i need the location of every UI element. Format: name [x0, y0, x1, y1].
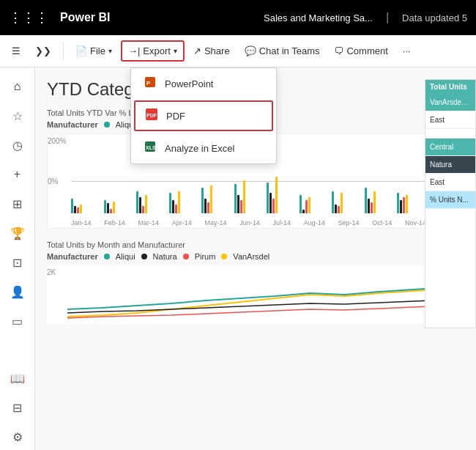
nav-forward-button[interactable]: ❯❯ — [29, 42, 57, 60]
chart1-x-labels: Jan-14 Feb-14 Mar-14 Apr-14 May-14 Jun-1… — [71, 219, 461, 226]
bar-nov-aliqui — [397, 193, 399, 213]
x-label-oct: Oct-14 — [372, 219, 392, 226]
bar-jan-natura — [74, 206, 76, 213]
chart2-legend: Manufacturer Aliqui Natura Pirum VanArsd… — [47, 252, 464, 261]
more-icon: ··· — [403, 45, 411, 56]
collapse-icon: ☰ — [12, 45, 21, 56]
sidebar-item-people[interactable]: 👤 — [4, 279, 31, 305]
bar-group-sep — [332, 191, 363, 213]
sidebar-item-data[interactable]: ⊟ — [4, 394, 31, 421]
right-panel-header: Total Units — [425, 80, 475, 94]
bar-oct-natura — [368, 199, 370, 213]
bar-jul-vanarsdel — [275, 177, 278, 213]
bar-jun-natura — [237, 195, 239, 213]
trophy-icon: 🏆 — [10, 226, 25, 240]
bar-mar-natura — [139, 197, 141, 213]
chart2-legend-dot-natura — [141, 254, 147, 259]
chart1-legend-label: Manufacturer — [47, 120, 98, 129]
collapse-button[interactable]: ☰ — [6, 42, 26, 60]
export-button[interactable]: →| Export ▾ — [121, 40, 185, 62]
chart2-title: Total Units by Month and Manufacturer — [47, 240, 464, 249]
workspaces-icon: ⊡ — [12, 256, 22, 270]
chart2-legend-vanarsdel: VanArsdel — [233, 252, 269, 261]
svg-text:PDF: PDF — [146, 113, 157, 118]
comment-button[interactable]: 🗨 Comment — [328, 42, 393, 60]
bar-may-aliqui — [201, 188, 204, 213]
chart2-legend-pirum: Pirum — [195, 252, 216, 261]
data-updated: Data updated 5 — [402, 12, 467, 23]
sidebar-item-create[interactable]: + — [4, 161, 31, 188]
file-icon: 📄 — [75, 45, 87, 56]
bar-sep-vanarsdel — [341, 193, 343, 213]
x-label-mar: Mar-14 — [138, 219, 160, 226]
chart2-legend-label: Manufacturer — [47, 252, 98, 261]
legend-dot-aliqui — [104, 122, 110, 128]
chart1-y-top: 200% — [48, 137, 67, 145]
export-excel-label: Analyze in Excel — [165, 143, 234, 154]
sidebar-item-favorites[interactable]: ☆ — [4, 103, 31, 129]
bar-oct-pirum — [371, 202, 373, 213]
file-button[interactable]: 📄 File ▾ — [70, 42, 118, 60]
app-grid-icon[interactable]: ⋮⋮⋮ — [9, 10, 48, 26]
chart2-legend-dot-pirum — [183, 254, 189, 259]
top-bar: ⋮⋮⋮ Power BI Sales and Marketing Sa... |… — [0, 0, 476, 35]
share-button[interactable]: ↗ Share — [187, 42, 236, 60]
bar-aug-pirum — [305, 200, 308, 213]
plus-icon: + — [14, 168, 21, 181]
clock-icon: ◷ — [12, 139, 23, 152]
right-panel-central: Central — [425, 139, 475, 156]
export-pdf-label: PDF — [166, 111, 185, 122]
chart2-svg — [67, 265, 476, 324]
people-icon: 👤 — [10, 285, 25, 299]
bar-jun-aliqui — [234, 184, 237, 213]
main-content: YTD Category Trend Total Units YTD Var %… — [35, 67, 476, 450]
bar-nov-pirum — [403, 197, 405, 213]
x-label-jan: Jan-14 — [71, 219, 92, 226]
file-chevron-icon: ▾ — [108, 47, 112, 55]
bar-sep-pirum — [338, 206, 340, 213]
bar-group-jul — [267, 177, 298, 213]
sidebar-item-home[interactable]: ⌂ — [4, 73, 31, 100]
chart2-legend-natura: Natura — [153, 252, 177, 261]
bar-jan-aliqui — [71, 199, 73, 213]
chart2-y-label: 2K — [47, 268, 56, 276]
bar-group-mar — [136, 191, 168, 213]
sidebar-item-workspaces[interactable]: ⊡ — [4, 249, 31, 276]
more-button[interactable]: ··· — [397, 42, 417, 60]
chat-teams-icon: 💬 — [245, 45, 256, 56]
chat-in-teams-button[interactable]: 💬 Chat in Teams — [239, 42, 326, 60]
bar-aug-natura — [302, 210, 305, 213]
bar-group-may — [201, 185, 233, 213]
export-powerpoint-item[interactable]: P PowerPoint — [131, 68, 276, 99]
bar-jan-vanarsdel — [80, 204, 82, 213]
bar-apr-aliqui — [169, 193, 171, 213]
sidebar-item-settings[interactable]: ⚙ — [4, 424, 31, 450]
toolbar: ☰ ❯❯ 📄 File ▾ →| Export ▾ ↗ Share 💬 Chat… — [0, 35, 476, 67]
sidebar-item-apps[interactable]: ⊞ — [4, 191, 31, 217]
bar-jul-natura — [269, 193, 272, 213]
bar-sep-aliqui — [332, 191, 334, 213]
export-excel-item[interactable]: XLS Analyze in Excel — [131, 133, 276, 163]
bar-jan-pirum — [77, 207, 79, 213]
bar-feb-pirum — [110, 209, 112, 213]
right-panel-east2: East — [425, 174, 475, 191]
bar-mar-aliqui — [136, 191, 138, 213]
sidebar-item-monitor[interactable]: ▭ — [4, 308, 31, 334]
toolbar-divider-1 — [63, 43, 64, 60]
bar-may-natura — [204, 199, 207, 213]
bar-jul-aliqui — [267, 182, 269, 213]
book-icon: 📖 — [10, 372, 25, 386]
bar-feb-vanarsdel — [113, 202, 115, 213]
bar-feb-aliqui — [104, 200, 106, 213]
home-icon: ⌂ — [14, 80, 21, 93]
sidebar-item-recent[interactable]: ◷ — [4, 132, 31, 158]
export-pdf-item[interactable]: PDF PDF — [134, 100, 273, 131]
bar-sep-natura — [335, 204, 337, 213]
chart2-legend-aliqui: Aliqui — [116, 252, 135, 261]
sidebar-item-learn[interactable]: 🏆 — [4, 220, 31, 246]
powerpoint-icon: P — [143, 75, 157, 92]
right-panel-east1: East — [425, 111, 475, 129]
bar-apr-natura — [172, 200, 174, 213]
sidebar-item-book[interactable]: 📖 — [4, 365, 31, 391]
share-icon: ↗ — [193, 45, 201, 56]
